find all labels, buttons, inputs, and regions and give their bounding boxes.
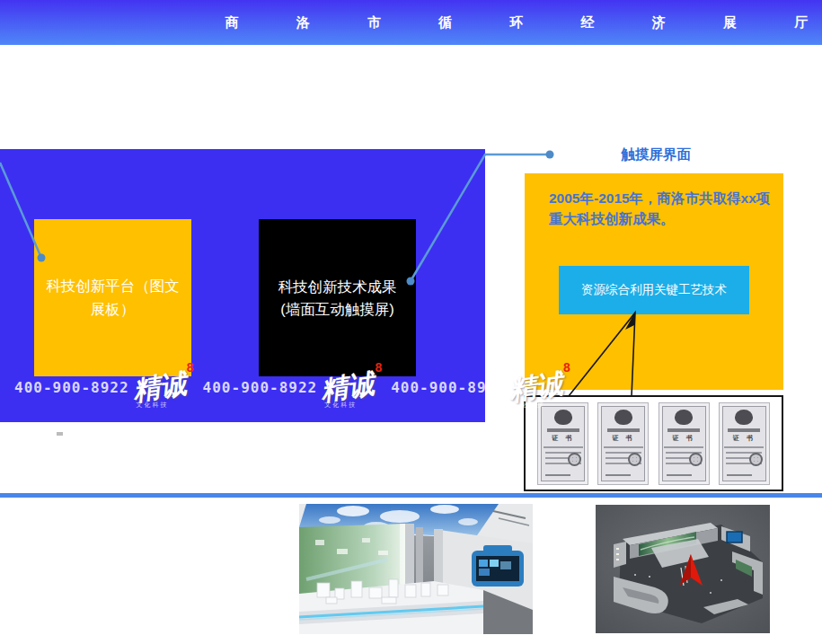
certificate-thumbnail: 证 书 bbox=[537, 402, 588, 485]
tech-topic-button[interactable]: 资源综合利用关键工艺技术 bbox=[559, 266, 749, 314]
intro-text: 2005年-2015年，商洛市共取得xx项重大科技创新成果。 bbox=[549, 188, 773, 230]
stray-mark bbox=[57, 432, 63, 436]
certificate-title: 证 书 bbox=[733, 434, 756, 443]
certificate-thumbnail: 证 书 bbox=[719, 402, 770, 485]
touchscreen-ui-label: 触摸屏界面 bbox=[575, 146, 737, 164]
seal-icon bbox=[749, 453, 763, 466]
emblem-icon bbox=[554, 410, 572, 425]
touchscreen-intro-panel: 2005年-2015年，商洛市共取得xx项重大科技创新成果。 资源综合利用关键工… bbox=[525, 173, 783, 390]
graphic-board-label: 科技创新平台（图文展板） bbox=[44, 275, 181, 321]
certificate-title: 证 书 bbox=[673, 434, 695, 443]
page-title: 商 洛 市 循 环 经 济 展 厅 bbox=[225, 14, 822, 31]
certificate-title: 证 书 bbox=[552, 434, 574, 443]
touchwall-label-line1: 科技创新技术成果 bbox=[278, 276, 397, 298]
slide-page: 商 洛 市 循 环 经 济 展 厅 科技创新平台（图文展板） 科技创新技术成果 … bbox=[0, 0, 822, 644]
certificates-box: 证 书 证 书 证 书 bbox=[524, 395, 783, 491]
section-divider bbox=[0, 493, 822, 498]
certificate-thumbnail: 证 书 bbox=[597, 402, 649, 485]
callout-dot bbox=[546, 151, 554, 159]
emblem-icon bbox=[735, 410, 753, 425]
certificate-thumbnail: 证 书 bbox=[658, 402, 710, 485]
graphic-board-panel: 科技创新平台（图文展板） bbox=[34, 219, 191, 376]
seal-icon bbox=[568, 453, 581, 466]
certificate-title: 证 书 bbox=[612, 434, 634, 443]
emblem-icon bbox=[675, 410, 693, 425]
emblem-icon bbox=[614, 410, 632, 425]
floorplan-render-photo bbox=[596, 505, 770, 633]
touchwall-label-line2: (墙面互动触摸屏) bbox=[280, 298, 394, 321]
touchwall-panel: 科技创新技术成果 (墙面互动触摸屏) bbox=[259, 219, 416, 376]
header-bar: 商 洛 市 循 环 经 济 展 厅 bbox=[0, 0, 822, 45]
seal-icon bbox=[628, 453, 641, 466]
seal-icon bbox=[689, 453, 703, 466]
exhibit-hall-render-photo bbox=[299, 504, 533, 634]
